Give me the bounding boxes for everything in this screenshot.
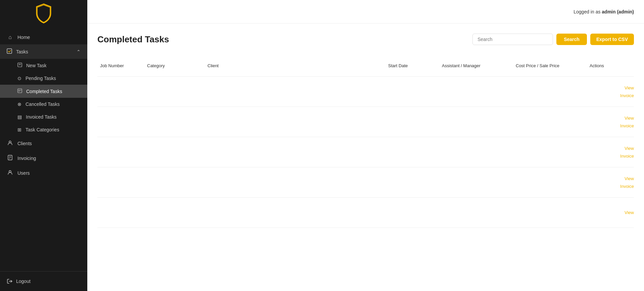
sidebar-item-clients-label: Clients: [17, 141, 32, 146]
sidebar-item-new-task[interactable]: New Task: [0, 59, 87, 72]
cell-category-5: [144, 198, 205, 227]
users-icon: [7, 170, 13, 176]
cell-category-3: [144, 137, 205, 167]
sidebar-item-invoicing[interactable]: Invoicing: [0, 151, 87, 166]
clients-icon: [7, 140, 13, 147]
cell-actions-3: View Invoice: [587, 137, 634, 167]
sidebar-item-completed-label: Completed Tasks: [26, 89, 62, 94]
cell-client-5: [205, 198, 385, 227]
view-link-2[interactable]: View: [625, 116, 634, 121]
sidebar-item-task-categories[interactable]: ⊞ Task Categories: [0, 123, 87, 136]
sidebar-item-cancelled-tasks[interactable]: ⊗ Cancelled Tasks: [0, 98, 87, 111]
col-cost-sale: Cost Price / Sale Price: [513, 58, 587, 73]
search-input[interactable]: [472, 34, 553, 45]
sidebar-item-invoiced-label: Invoiced Tasks: [26, 114, 57, 120]
chevron-up-icon: ⌃: [77, 49, 81, 54]
cancelled-icon: ⊗: [17, 101, 21, 107]
cell-cost-sale-3: [513, 137, 587, 167]
page-header: Completed Tasks Search Export to CSV: [97, 34, 634, 45]
invoice-link-2[interactable]: Invoice: [620, 123, 634, 128]
svg-rect-4: [18, 89, 22, 93]
sidebar-item-clients[interactable]: Clients: [0, 136, 87, 151]
cell-job-number-3: [97, 137, 144, 167]
logout-label: Logout: [16, 279, 31, 284]
cell-category-2: [144, 107, 205, 137]
cell-job-number-2: [97, 107, 144, 137]
col-client: Client: [205, 58, 385, 73]
cell-actions-5: View: [587, 198, 634, 227]
cell-cost-sale-4: [513, 167, 587, 197]
home-icon: ⌂: [7, 34, 13, 40]
cell-cost-sale-5: [513, 198, 587, 227]
export-csv-button[interactable]: Export to CSV: [590, 34, 634, 45]
invoice-link-3[interactable]: Invoice: [620, 154, 634, 159]
sidebar-item-tasks[interactable]: Tasks ⌃: [0, 44, 87, 59]
search-button[interactable]: Search: [556, 34, 587, 45]
cell-category-4: [144, 167, 205, 197]
cell-client-3: [205, 137, 385, 167]
view-link-4[interactable]: View: [625, 176, 634, 181]
cell-actions-2: View Invoice: [587, 107, 634, 137]
invoice-link-1[interactable]: Invoice: [620, 93, 634, 98]
view-link-1[interactable]: View: [625, 85, 634, 90]
sidebar-item-users-label: Users: [17, 170, 30, 176]
cell-start-date-3: [385, 137, 439, 167]
cell-job-number-4: [97, 167, 144, 197]
categories-icon: ⊞: [17, 127, 21, 132]
main-content: Logged in as admin (admin) Completed Tas…: [87, 0, 644, 291]
logged-in-text: Logged in as admin (admin): [573, 9, 634, 14]
pending-icon: ⊙: [17, 76, 21, 81]
logged-in-user: admin (admin): [602, 9, 634, 14]
logout-icon: [7, 278, 13, 284]
cell-actions-4: View Invoice: [587, 167, 634, 197]
invoicing-icon: [7, 155, 13, 162]
sidebar-item-users[interactable]: Users: [0, 166, 87, 180]
sidebar-footer: Logout: [0, 271, 87, 291]
new-task-icon: [17, 63, 22, 68]
sidebar-item-invoiced-tasks[interactable]: ▤ Invoiced Tasks: [0, 111, 87, 123]
page-body: Completed Tasks Search Export to CSV Job…: [87, 24, 644, 291]
col-job-number: Job Number: [97, 58, 144, 73]
cell-category-1: [144, 77, 205, 107]
sidebar-item-pending-tasks[interactable]: ⊙ Pending Tasks: [0, 72, 87, 85]
cell-assistant-3: [439, 137, 513, 167]
sidebar: ⌂ Home Tasks ⌃ New Task: [0, 0, 87, 291]
sidebar-item-cancelled-label: Cancelled Tasks: [26, 101, 60, 107]
cell-assistant-5: [439, 198, 513, 227]
table-row: View Invoice: [97, 77, 634, 107]
sidebar-item-new-task-label: New Task: [26, 63, 46, 68]
table-row: View: [97, 198, 634, 228]
table-row: View Invoice: [97, 107, 634, 137]
top-bar: Logged in as admin (admin): [87, 0, 644, 24]
cell-start-date-1: [385, 77, 439, 107]
search-area: Search Export to CSV: [472, 34, 634, 45]
cell-cost-sale-2: [513, 107, 587, 137]
shield-icon: [35, 3, 52, 24]
sidebar-item-categories-label: Task Categories: [26, 127, 59, 132]
table-row: View Invoice: [97, 167, 634, 198]
cell-assistant-2: [439, 107, 513, 137]
cell-start-date-4: [385, 167, 439, 197]
sidebar-item-completed-tasks[interactable]: Completed Tasks: [0, 85, 87, 98]
sidebar-item-home-label: Home: [17, 35, 30, 40]
sidebar-item-home[interactable]: ⌂ Home: [0, 30, 87, 44]
cell-assistant-4: [439, 167, 513, 197]
cell-start-date-5: [385, 198, 439, 227]
logo-area: [0, 0, 87, 27]
tasks-icon: [7, 48, 12, 55]
sidebar-nav: ⌂ Home Tasks ⌃ New Task: [0, 27, 87, 271]
cell-client-1: [205, 77, 385, 107]
col-start-date: Start Date: [385, 58, 439, 73]
table-header-row: Job Number Category Client Start Date As…: [97, 55, 634, 77]
col-assistant-manager: Assistant / Manager: [439, 58, 513, 73]
sidebar-item-invoicing-label: Invoicing: [17, 156, 36, 161]
view-link-5[interactable]: View: [625, 210, 634, 215]
invoice-link-4[interactable]: Invoice: [620, 184, 634, 189]
cell-job-number-5: [97, 198, 144, 227]
view-link-3[interactable]: View: [625, 146, 634, 151]
logout-button[interactable]: Logout: [7, 278, 81, 284]
cell-assistant-1: [439, 77, 513, 107]
cell-client-4: [205, 167, 385, 197]
col-category: Category: [144, 58, 205, 73]
cell-client-2: [205, 107, 385, 137]
